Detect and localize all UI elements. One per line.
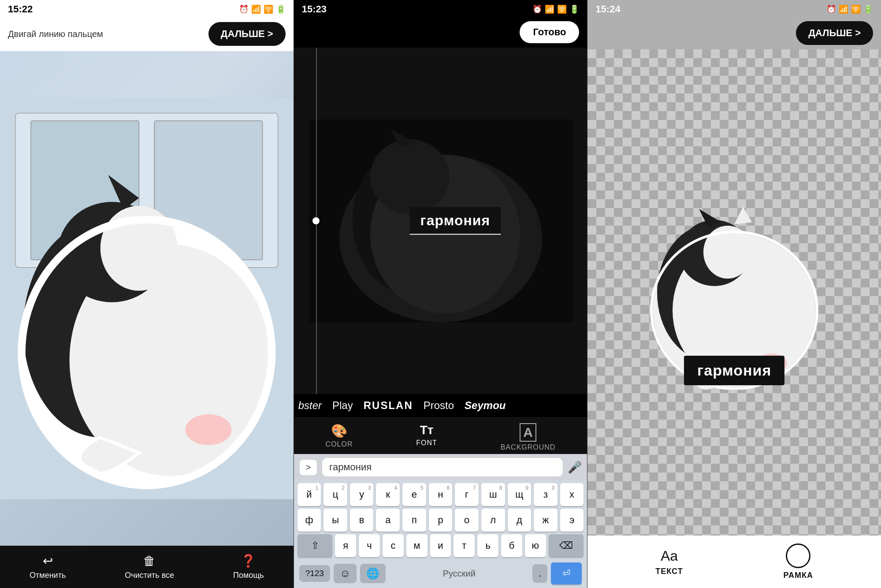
status-time-2: 15:23	[302, 4, 327, 15]
key-dot[interactable]: .	[532, 564, 547, 583]
wifi-icon: 🛜	[264, 4, 273, 14]
keyboard-row-3: ⇧ я ч с м и т ь б ю ⌫	[297, 534, 584, 557]
key-shift[interactable]: ⇧	[297, 534, 333, 557]
font-ruslan[interactable]: RUSLAN	[364, 399, 413, 412]
wifi-icon-2: 🛜	[557, 4, 567, 14]
key-globe[interactable]: 🌐	[360, 564, 386, 583]
key-и[interactable]: и	[430, 534, 451, 557]
font-play[interactable]: Play	[332, 399, 353, 412]
divider-handle[interactable]	[312, 217, 320, 224]
svg-marker-24	[734, 207, 752, 224]
next-button-1[interactable]: ДАЛЬШЕ >	[208, 22, 286, 46]
key-с[interactable]: с	[383, 534, 404, 557]
key-ы[interactable]: ы	[323, 509, 347, 532]
undo-label: Отменить	[30, 571, 66, 580]
cat-background-1	[0, 51, 294, 546]
key-з[interactable]: 0з	[534, 483, 558, 506]
key-э[interactable]: э	[560, 509, 584, 532]
font-tool[interactable]: Тт FONT	[416, 423, 437, 451]
key-num[interactable]: ?123	[299, 565, 330, 582]
background-tool[interactable]: A BACKGROUND	[501, 423, 556, 451]
mic-icon[interactable]: 🎤	[568, 461, 582, 474]
key-ф[interactable]: ф	[297, 509, 321, 532]
svg-point-16	[370, 139, 450, 214]
keyboard-row-2: ф ы в а п р о л д ж э	[297, 509, 584, 532]
frame-tool-button[interactable]: РАМКА	[784, 543, 813, 580]
key-р[interactable]: р	[429, 509, 453, 532]
key-м[interactable]: м	[406, 534, 427, 557]
key-в[interactable]: в	[350, 509, 374, 532]
key-щ[interactable]: 9щ	[508, 483, 532, 506]
text-tool-icon: Aa	[661, 548, 678, 564]
text-input-display[interactable]: гармония	[322, 458, 563, 477]
key-е[interactable]: 5е	[402, 483, 426, 506]
key-г[interactable]: 7г	[455, 483, 479, 506]
battery-icon-3: 🔋	[863, 4, 873, 14]
text-overlay-3[interactable]: гармония	[684, 356, 784, 385]
key-л[interactable]: л	[481, 509, 505, 532]
key-у[interactable]: 3у	[350, 483, 374, 506]
done-button[interactable]: Готово	[520, 21, 579, 43]
panel3-header: ДАЛЬШЕ >	[587, 17, 881, 49]
key-language[interactable]: Русский	[389, 565, 529, 582]
status-bar-1: 15:22 ⏰ 📶 🛜 🔋	[0, 0, 294, 17]
key-п[interactable]: п	[402, 509, 426, 532]
key-а[interactable]: а	[376, 509, 400, 532]
font-prosto[interactable]: Prosto	[424, 399, 454, 412]
status-time-1: 15:22	[8, 4, 33, 15]
key-д[interactable]: д	[508, 509, 532, 532]
key-ц[interactable]: 2ц	[323, 483, 347, 506]
font-seymour[interactable]: Seymou	[465, 399, 506, 412]
alarm-icon-3: ⏰	[826, 4, 836, 14]
color-tool[interactable]: 🎨 COLOR	[326, 423, 353, 451]
key-emoji[interactable]: ☺	[334, 564, 357, 583]
key-й[interactable]: 1й	[297, 483, 321, 506]
status-icons-1: ⏰ 📶 🛜 🔋	[239, 4, 286, 14]
key-т[interactable]: т	[454, 534, 475, 557]
next-button-3[interactable]: ДАЛЬШЕ >	[796, 21, 873, 45]
phone-panel-2: 15:23 ⏰ 📶 🛜 🔋 Готово	[294, 0, 588, 588]
undo-icon: ↩	[43, 554, 53, 568]
key-н[interactable]: 6н	[429, 483, 453, 506]
keyboard-bottom-bar: ?123 ☺ 🌐 Русский . ⏎	[294, 560, 587, 588]
status-bar-2: 15:23 ⏰ 📶 🛜 🔋	[294, 0, 587, 17]
signal-icon-3: 📶	[839, 4, 848, 14]
darkened-cat-image: гармония	[294, 48, 587, 394]
key-х[interactable]: х	[560, 483, 584, 506]
text-tool-label: ТЕКСТ	[655, 567, 683, 576]
help-icon: ❓	[241, 554, 256, 568]
key-ь[interactable]: ь	[477, 534, 498, 557]
text-tool-button[interactable]: Aa ТЕКСТ	[655, 548, 683, 576]
key-backspace[interactable]: ⌫	[549, 534, 584, 557]
key-б[interactable]: б	[501, 534, 522, 557]
phone-panel-3: 15:24 ⏰ 📶 🛜 🔋 ДАЛЬШЕ >	[587, 0, 881, 588]
text-overlay-2[interactable]: гармония	[409, 207, 501, 235]
key-ю[interactable]: ю	[525, 534, 546, 557]
alarm-icon-2: ⏰	[532, 4, 542, 14]
key-enter[interactable]: ⏎	[551, 562, 582, 584]
clear-button[interactable]: 🗑 Очистить все	[125, 554, 174, 580]
help-label: Помощь	[233, 571, 264, 580]
help-button[interactable]: ❓ Помощь	[233, 554, 264, 580]
key-ш[interactable]: 8ш	[481, 483, 505, 506]
status-time-3: 15:24	[595, 4, 620, 15]
expand-button[interactable]: >	[299, 459, 318, 476]
phone-panel-1: 15:22 ⏰ 📶 🛜 🔋 Двигай линию пальцем ДАЛЬШ…	[0, 0, 294, 588]
background-icon: A	[520, 423, 536, 442]
frame-tool-icon	[786, 543, 810, 568]
alarm-icon: ⏰	[239, 4, 249, 14]
key-к[interactable]: 4к	[376, 483, 400, 506]
key-ж[interactable]: ж	[534, 509, 558, 532]
panel3-cat-container: гармония	[642, 187, 827, 398]
font-lobster[interactable]: bster	[298, 399, 322, 412]
font-label: FONT	[416, 439, 437, 447]
key-о[interactable]: о	[455, 509, 479, 532]
undo-button[interactable]: ↩ Отменить	[30, 554, 66, 580]
clear-label: Очистить все	[125, 571, 174, 580]
keyboard-rows: 1й 2ц 3у 4к 5е 6н 7г 8ш 9щ 0з х ф ы в а …	[294, 480, 587, 560]
bottom-bar-1: ↩ Отменить 🗑 Очистить все ❓ Помощь	[0, 546, 294, 588]
trash-icon: 🗑	[143, 554, 156, 568]
key-я[interactable]: я	[335, 534, 356, 557]
panel1-header: Двигай линию пальцем ДАЛЬШЕ >	[0, 17, 294, 51]
key-ч[interactable]: ч	[359, 534, 380, 557]
